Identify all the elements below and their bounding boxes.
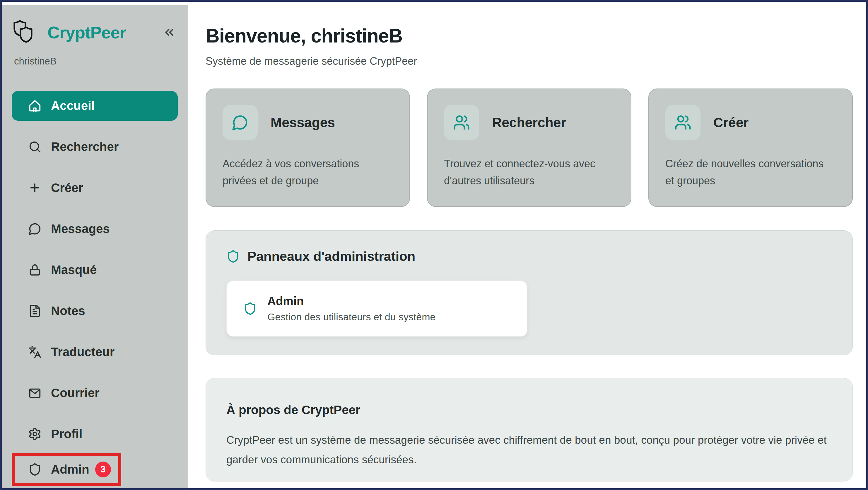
icon-tile [665,105,701,140]
icon-tile [444,105,479,140]
sidebar-item-label: Rechercher [51,140,119,154]
chevrons-left-icon [162,26,176,39]
admin-panels-header: Panneaux d'administration [226,249,832,264]
sidebar-item-label: Créer [51,181,83,195]
sidebar-nav: Accueil Rechercher Créer [12,91,178,486]
sidebar-item-masque[interactable]: Masqué [12,255,178,285]
app-logo-title: CryptPeer [48,23,126,42]
sidebar-item-label: Notes [51,304,85,318]
admin-notification-badge: 3 [95,462,111,478]
sidebar-item-traducteur[interactable]: Traducteur [12,337,178,367]
sidebar-item-label: Profil [51,427,82,441]
card-creer[interactable]: Créer Créez de nouvelles conversations e… [648,88,853,207]
plus-icon [28,181,41,195]
shield-icon [28,463,41,476]
sidebar-item-courrier[interactable]: Courrier [12,378,178,408]
admin-panels-section: Panneaux d'administration Admin Gestion … [206,230,853,355]
translate-icon [28,345,41,359]
users-icon [453,114,470,131]
card-header: Messages [223,105,393,140]
card-description: Créez de nouvelles conversations et grou… [665,155,836,190]
app-window: CryptPeer christineB Accueil [0,0,868,490]
page-title: Bienvenue, christineB [206,25,856,47]
lock-icon [28,263,41,277]
note-icon [28,304,41,318]
sidebar-item-label: Traducteur [51,345,115,359]
sidebar-item-label: Courrier [51,386,99,400]
sidebar-item-label: Accueil [51,99,95,113]
search-icon [28,140,41,153]
page-subtitle: Système de messagerie sécurisée CryptPee… [206,55,856,67]
sidebar-item-label: Admin [51,462,89,477]
icon-tile [223,105,258,140]
cryptpeer-shields-logo-icon [12,18,40,46]
card-title: Messages [271,115,335,131]
admin-card-title: Admin [267,294,436,308]
admin-card-subtitle: Gestion des utilisateurs et du système [267,311,436,323]
home-icon [28,99,41,113]
about-section: À propos de CryptPeer CryptPeer est un s… [206,378,853,482]
card-header: Créer [665,105,836,140]
card-description: Accédez à vos conversations privées et d… [223,155,393,190]
sidebar-item-label: Masqué [51,263,97,277]
gear-icon [28,427,41,441]
sidebar-item-label: Messages [51,222,110,236]
card-rechercher[interactable]: Rechercher Trouvez et connectez-vous ave… [427,88,631,207]
sidebar-item-accueil[interactable]: Accueil [12,91,178,121]
sidebar-collapse-button[interactable] [162,26,176,39]
app-body: CryptPeer christineB Accueil [2,5,866,488]
card-title: Créer [713,115,748,131]
sidebar-item-notes[interactable]: Notes [12,296,178,326]
logo-row: CryptPeer [12,18,178,46]
about-body-text: CryptPeer est un système de messagerie s… [226,431,832,469]
sidebar-item-rechercher[interactable]: Rechercher [12,132,178,162]
window-top-strip [2,2,866,5]
sidebar-item-profil[interactable]: Profil [12,419,178,449]
users-icon [675,114,691,131]
chat-bubble-icon [28,222,41,236]
card-title: Rechercher [492,115,566,131]
shield-icon [243,302,257,315]
sidebar-item-messages[interactable]: Messages [12,214,178,244]
logged-in-username: christineB [14,56,178,67]
feature-cards-row: Messages Accédez à vos conversations pri… [206,88,856,207]
annotation-highlight-box: Admin 3 [12,453,121,486]
admin-panels-title: Panneaux d'administration [247,249,415,264]
card-header: Rechercher [444,105,614,140]
admin-card-texts: Admin Gestion des utilisateurs et du sys… [267,294,436,323]
main-content: Bienvenue, christineB Système de message… [188,5,866,488]
card-messages[interactable]: Messages Accédez à vos conversations pri… [206,88,410,207]
sidebar: CryptPeer christineB Accueil [2,5,188,488]
chat-bubble-icon [231,114,249,131]
admin-panel-card[interactable]: Admin Gestion des utilisateurs et du sys… [226,281,527,337]
about-title: À propos de CryptPeer [226,403,832,417]
mail-icon [28,386,41,400]
sidebar-item-admin[interactable]: Admin 3 [14,456,118,483]
sidebar-item-creer[interactable]: Créer [12,173,178,203]
shield-icon [226,250,240,263]
card-description: Trouvez et connectez-vous avec d'autres … [444,155,614,190]
